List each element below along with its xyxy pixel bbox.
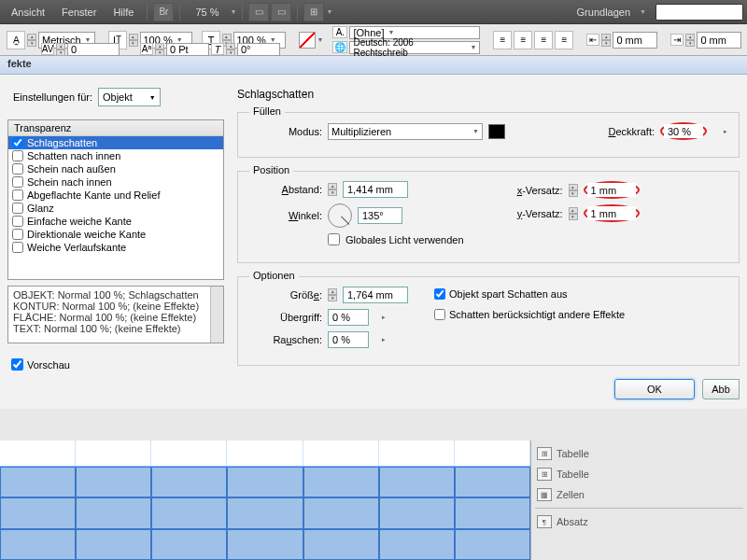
angle-dial[interactable] [328, 203, 352, 228]
list-item[interactable]: Einfache weiche Kante [8, 215, 223, 228]
mode-label: Modus: [249, 126, 322, 137]
lang-select[interactable]: Deutsch: 2006 Rechtschreib▼ [349, 41, 480, 54]
list-item[interactable]: Direktionale weiche Kante [8, 228, 223, 241]
align-center-icon[interactable]: ≡ [514, 31, 532, 49]
honor-effects-checkbox[interactable] [434, 309, 445, 320]
cell-icon: ▦ [537, 488, 552, 501]
noise-input[interactable]: 0 % [328, 331, 369, 348]
yoffset-label: y-Versatz: [501, 208, 563, 219]
tracking-value[interactable]: 0 [67, 43, 120, 56]
settings-for-select[interactable]: Objekt▼ [98, 88, 161, 106]
search-input[interactable] [655, 4, 743, 21]
panel-tab-paragraph[interactable]: ¶Absatz [535, 514, 743, 529]
tracking-spinner[interactable]: ▴▾ [56, 43, 65, 56]
yoffset-highlight: 1 mm [584, 204, 640, 222]
bridge-icon[interactable]: Br [153, 3, 174, 21]
baseline-spinner[interactable]: ▴▾ [155, 43, 164, 56]
spread-label: Übergriff: [249, 312, 322, 323]
options-fieldset: Optionen Größe: ▴▾ 1,764 mm Übergriff: 0… [237, 276, 740, 366]
view-mode-icon[interactable]: ▭ [248, 3, 269, 21]
distance-input[interactable]: 1,414 mm [343, 181, 408, 198]
skew-icon: T [211, 43, 224, 55]
size-spinner[interactable]: ▴▾ [328, 288, 337, 301]
paragraph-icon: ¶ [537, 515, 552, 528]
size-input[interactable]: 1,764 mm [343, 287, 408, 303]
opacity-label: Deckkraft: [608, 126, 655, 137]
xoffset-highlight: 1 mm [584, 181, 640, 199]
align-justify-icon[interactable]: ≡ [555, 31, 573, 49]
skew-value[interactable]: 0° [237, 43, 280, 56]
list-item[interactable]: Abgeflachte Kante und Relief [8, 189, 223, 202]
opacity-input[interactable]: 30 % [664, 124, 703, 138]
cancel-button[interactable]: Abb [702, 379, 740, 399]
kerning-spinner[interactable]: ▴▾ [27, 34, 36, 47]
angle-input[interactable]: 135° [358, 207, 402, 224]
xoffset-label: x-Versatz: [501, 185, 563, 196]
indent-left-value[interactable]: 0 mm [613, 32, 657, 49]
list-item[interactable]: Schein nach außen [8, 162, 223, 175]
indent-right-value[interactable]: 0 mm [697, 32, 741, 49]
color-swatch[interactable] [488, 124, 505, 139]
global-light-checkbox[interactable] [328, 233, 340, 245]
preview-checkbox[interactable] [11, 358, 23, 371]
effect-summary: OBJEKT: Normal 100 %; Schlagschatten KON… [7, 286, 224, 343]
knockout-checkbox[interactable] [434, 288, 445, 300]
checkbox-schlagschatten[interactable] [12, 137, 23, 148]
distance-label: Abstand: [249, 184, 322, 195]
panel-tab-table1[interactable]: ⊞Tabelle [535, 446, 743, 461]
knockout-label: Objekt spart Schatten aus [449, 288, 568, 300]
app-menubar: Ansicht Fenster Hilfe Br 75 %▼ ▭ ▭ ⊞ ▼ G… [0, 0, 747, 24]
opacity-flyout-icon[interactable]: ▸ [724, 128, 727, 135]
menu-ansicht[interactable]: Ansicht [4, 4, 52, 21]
indent-left-spinner[interactable]: ▴▾ [601, 34, 611, 47]
baseline-icon: Aª [140, 43, 153, 55]
position-fieldset: Position Abstand: ▴▾ 1,414 mm Winkel: 13… [237, 171, 740, 263]
indent-right-icon: ⇥ [670, 34, 684, 46]
lang-icon: 🌐 [332, 41, 347, 53]
align-left-icon[interactable]: ≡ [493, 31, 512, 49]
screen-mode-icon[interactable]: ▭ [271, 3, 291, 21]
list-item[interactable]: Weiche Verlaufskante [8, 241, 223, 254]
scrollbar[interactable] [210, 287, 223, 343]
yoffset-spinner[interactable]: ▴▾ [569, 207, 578, 220]
opacity-highlight: 30 % [660, 122, 707, 140]
noise-label: Rauschen: [249, 334, 322, 345]
list-item-schlagschatten[interactable]: Schlagschatten [8, 136, 223, 149]
spread-input[interactable]: 0 % [328, 309, 369, 326]
menu-hilfe[interactable]: Hilfe [106, 4, 141, 21]
baseline-value[interactable]: 0 Pt [166, 43, 209, 56]
panel-tab-cells[interactable]: ▦Zellen [535, 487, 743, 502]
xoffset-spinner[interactable]: ▴▾ [569, 184, 578, 197]
effects-list: Transparenz Schlagschatten Schatten nach… [7, 119, 224, 280]
yoffset-input[interactable]: 1 mm [587, 206, 636, 220]
angle-label: Winkel: [249, 210, 322, 221]
menu-fenster[interactable]: Fenster [54, 4, 104, 21]
table-object[interactable] [0, 441, 530, 560]
no-stroke-icon[interactable] [299, 32, 316, 49]
workspace-label[interactable]: Grundlagen [570, 4, 639, 21]
zoom-level[interactable]: 75 % [186, 7, 228, 18]
arrange-icon[interactable]: ⊞ [303, 3, 324, 21]
effects-list-header[interactable]: Transparenz [8, 120, 223, 136]
list-item[interactable]: Schein nach innen [8, 175, 223, 189]
dialog-titlebar: fekte [0, 56, 747, 75]
document-canvas: ⊞Tabelle ⊞Tabelle ▦Zellen ¶Absatz [0, 441, 747, 560]
kerning-icon: A̫ [7, 31, 25, 49]
distance-spinner[interactable]: ▴▾ [328, 183, 337, 196]
xoffset-input[interactable]: 1 mm [587, 183, 636, 197]
ok-button[interactable]: OK [614, 379, 695, 399]
panel-tab-table2[interactable]: ⊞Tabelle [535, 467, 743, 482]
global-light-label: Globales Licht verwenden [345, 234, 464, 245]
align-right-icon[interactable]: ≡ [534, 31, 553, 49]
table-icon: ⊞ [537, 447, 552, 460]
preview-label: Vorschau [27, 359, 70, 371]
list-item[interactable]: Glanz [8, 202, 223, 215]
skew-spinner[interactable]: ▴▾ [226, 43, 235, 56]
panels-dock: ⊞Tabelle ⊞Tabelle ▦Zellen ¶Absatz [530, 441, 747, 560]
honor-effects-label: Schatten berücksichtigt andere Effekte [449, 309, 625, 320]
list-item[interactable]: Schatten nach innen [8, 149, 223, 162]
size-label: Größe: [249, 289, 322, 301]
mode-select[interactable]: Multiplizieren▼ [328, 123, 483, 140]
indent-right-spinner[interactable]: ▴▾ [685, 34, 695, 47]
effect-heading: Schlagschatten [237, 88, 740, 101]
